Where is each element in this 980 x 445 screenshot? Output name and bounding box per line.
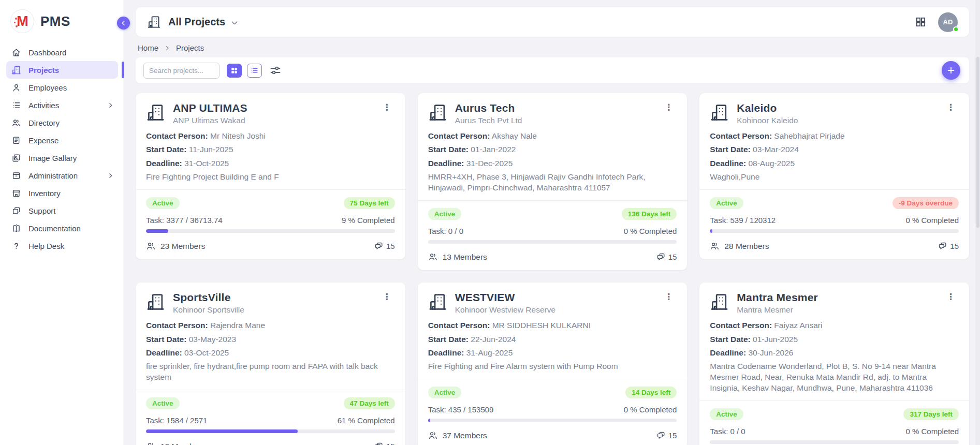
members-count: 13 Members: [443, 253, 487, 262]
sidebar-item-support[interactable]: Support: [6, 202, 118, 219]
receipt-icon: [11, 136, 21, 145]
breadcrumb-home[interactable]: Home: [138, 43, 158, 52]
add-project-button[interactable]: [942, 61, 960, 80]
deadline-label: Deadline:: [146, 348, 182, 357]
building-icon: [710, 292, 729, 312]
list-icon: [11, 100, 21, 110]
project-title: Mantra Mesmer: [737, 291, 818, 304]
project-title: SportsVille: [173, 291, 244, 304]
project-description: Wagholi,Pune: [710, 172, 959, 183]
sidebar-item-help-desk[interactable]: Help Desk: [6, 237, 118, 255]
project-card-westview[interactable]: WESTVIEW Kohinoor Westview Reserve ⋮ Con…: [418, 283, 688, 445]
comments-counter[interactable]: 15: [374, 441, 395, 445]
deadline-label: Deadline:: [146, 159, 182, 168]
contact-person-label: Contact Person:: [710, 321, 772, 330]
app-logo[interactable]: M PMS: [0, 0, 123, 40]
progress-bar: [428, 419, 677, 422]
members-icon: [428, 431, 438, 440]
start-date-label: Start Date:: [710, 335, 750, 344]
page-scrollbar[interactable]: [975, 0, 980, 445]
sidebar-item-dashboard[interactable]: Dashboard: [6, 43, 118, 61]
scrollbar-thumb[interactable]: [976, 57, 979, 228]
divider: [136, 189, 405, 190]
card-menu-button[interactable]: ⋮: [661, 291, 677, 302]
comments-counter[interactable]: 15: [656, 431, 677, 440]
search-input[interactable]: [143, 63, 220, 79]
sidebar-item-activities[interactable]: Activities: [6, 96, 118, 114]
percent-completed: 0 % Completed: [905, 216, 959, 225]
projects-toolbar: [136, 57, 969, 83]
percent-completed: 0 % Completed: [905, 427, 959, 436]
start-date-label: Start Date:: [428, 335, 469, 344]
divider: [418, 200, 688, 201]
comments-count: 15: [668, 253, 677, 261]
start-date-value: 11-Jun-2025: [189, 145, 233, 154]
progress-bar: [146, 429, 395, 433]
comments-counter[interactable]: 15: [374, 241, 395, 251]
deadline-value: 03-Oct-2025: [184, 348, 229, 357]
members-icon: [710, 241, 720, 251]
filter-sliders-icon[interactable]: [269, 64, 282, 77]
card-menu-button[interactable]: ⋮: [661, 102, 677, 113]
project-description: Fire Fighting Project Building E and F: [146, 172, 395, 183]
start-date-value: 03-Mar-2024: [753, 145, 799, 154]
task-count: Task: 3377 / 36713.74: [146, 216, 223, 225]
chat-icon: [656, 431, 666, 440]
sidebar-item-inventory[interactable]: Inventory: [6, 184, 118, 202]
percent-completed: 0 % Completed: [624, 405, 677, 414]
sidebar-item-administration[interactable]: Administration: [6, 167, 118, 184]
project-card-sportsville[interactable]: SportsVille Kohinoor Sportsville ⋮ Conta…: [136, 283, 405, 445]
card-menu-button[interactable]: ⋮: [943, 291, 959, 302]
user-avatar[interactable]: AD: [938, 12, 958, 32]
sidebar-item-employees[interactable]: Employees: [6, 79, 118, 96]
card-menu-button[interactable]: ⋮: [379, 102, 395, 113]
sidebar-item-image-gallary[interactable]: Image Gallary: [6, 149, 118, 167]
comments-count: 15: [386, 242, 395, 250]
project-card-aurus-tech[interactable]: Aurus Tech Aurus Tech Pvt Ltd ⋮ Contact …: [418, 93, 688, 270]
task-count: Task: 1584 / 2571: [146, 416, 207, 425]
sidebar-collapse-button[interactable]: [117, 17, 130, 29]
deadline-value: 31-Aug-2025: [466, 348, 513, 357]
progress-bar: [428, 240, 677, 244]
project-card-anp-ultimas[interactable]: ANP ULTIMAS ANP Ultimas Wakad ⋮ Contact …: [136, 93, 405, 259]
task-count: Task: 0 / 0: [710, 427, 745, 436]
status-badge: Active: [710, 197, 743, 209]
card-menu-button[interactable]: ⋮: [379, 291, 395, 302]
project-card-mantra-mesmer[interactable]: Mantra Mesmer Mantra Mesmer ⋮ Contact Pe…: [699, 283, 969, 445]
grid-view-button[interactable]: [227, 64, 242, 78]
sidebar-item-projects[interactable]: Projects: [6, 61, 118, 79]
task-count: Task: 0 / 0: [428, 227, 463, 235]
deadline-label: Deadline:: [710, 348, 746, 357]
divider: [699, 400, 969, 401]
comments-counter[interactable]: 15: [656, 252, 677, 262]
contact-person-label: Contact Person:: [428, 321, 490, 330]
card-menu-button[interactable]: ⋮: [943, 102, 959, 113]
list-view-icon: [250, 66, 259, 75]
days-left-badge: 75 Days left: [344, 197, 395, 209]
page-title[interactable]: All Projects: [168, 16, 225, 28]
breadcrumb-projects[interactable]: Projects: [176, 43, 204, 52]
sidebar-item-expense[interactable]: Expense: [6, 131, 118, 149]
building-icon: [147, 15, 161, 29]
building-icon: [146, 103, 165, 122]
list-view-button[interactable]: [247, 64, 262, 78]
chat-icon: [656, 252, 666, 262]
chevron-down-icon[interactable]: [230, 19, 239, 27]
archive-icon: [11, 171, 21, 181]
building-icon: [428, 292, 447, 312]
project-card-kaleido[interactable]: Kaleido Kohinoor Kaleido ⋮ Contact Perso…: [699, 93, 969, 259]
building-icon: [428, 103, 447, 122]
project-subtitle: Mantra Mesmer: [737, 305, 818, 315]
sidebar-item-documentation[interactable]: Documentation: [6, 219, 118, 237]
comments-counter[interactable]: 15: [938, 241, 959, 251]
sidebar: M PMS Dashboard Projects Employees Activ…: [0, 0, 123, 445]
status-badge: Active: [146, 397, 180, 409]
progress-fill: [146, 229, 168, 233]
start-date-label: Start Date:: [146, 145, 186, 154]
building-icon: [710, 103, 729, 122]
chat-icon: [374, 241, 384, 251]
chat-icon: [938, 241, 947, 251]
start-date-value: 01-Jun-2025: [753, 335, 798, 344]
sidebar-item-directory[interactable]: Directory: [6, 114, 118, 131]
apps-grid-icon[interactable]: [915, 16, 927, 28]
